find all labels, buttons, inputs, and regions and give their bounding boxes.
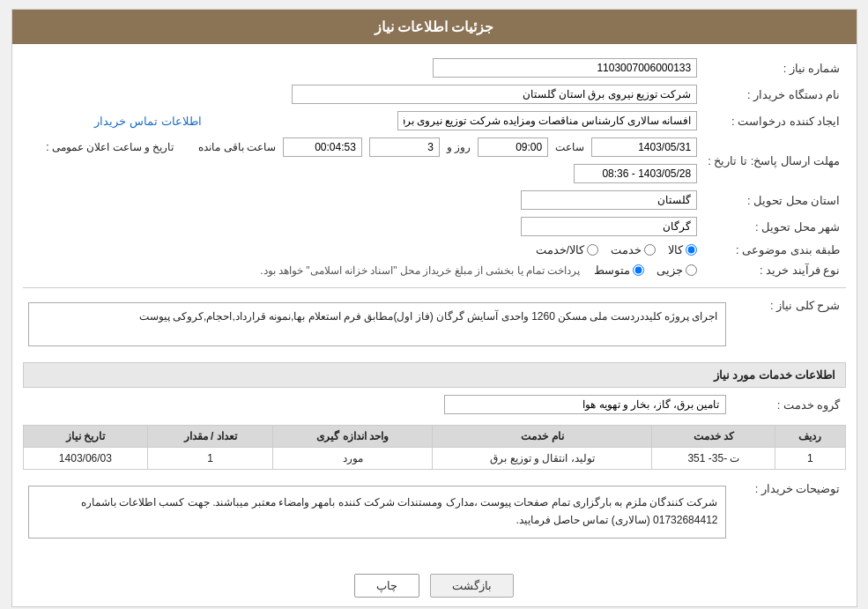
deadline-label: مهلت ارسال پاسخ: تا تاریخ : — [702, 134, 845, 187]
description-label: شرح کلی نیاز : — [731, 293, 846, 355]
buyer-notes-box: شرکت کنندگان ملزم به بارگزاری تمام صفحات… — [28, 486, 726, 538]
cell-name: تولید، انتقال و توزیع برق — [433, 448, 652, 470]
col-date: تاریخ نیاز — [23, 426, 148, 448]
deadline-days-input — [369, 137, 440, 157]
cell-qty: 1 — [148, 448, 273, 470]
col-unit: واحد اندازه گیری — [272, 426, 433, 448]
col-name: نام خدمت — [433, 426, 652, 448]
buyer-org-label: نام دستگاه خریدار : — [702, 81, 845, 108]
description-box: اجرای پروژه کلیددردست ملی مسکن 1260 واحد… — [28, 302, 726, 346]
category-label: طبقه بندی موضوعی : — [702, 240, 845, 260]
col-row: ردیف — [775, 426, 845, 448]
col-qty: تعداد / مقدار — [148, 426, 273, 448]
creator-contact-link[interactable]: اطلاعات تماس خریدار — [94, 115, 201, 128]
service-group-label: گروه خدمت : — [731, 391, 846, 418]
deadline-remaining-input — [283, 137, 362, 157]
creator-input — [397, 111, 697, 130]
services-section-title: اطلاعات خدمات مورد نیاز — [23, 362, 846, 388]
deadline-time-input — [478, 137, 548, 157]
footer-buttons: بازگشت چاپ — [12, 565, 857, 606]
buyer-notes-label: توضیحات خریدار : — [731, 477, 846, 547]
cell-code: ت -35- 351 — [652, 448, 775, 470]
purchase-type-jozi[interactable]: جزیی — [657, 264, 697, 277]
announce-label: تاریخ و ساعت اعلان عمومی : — [46, 141, 174, 153]
cell-row: 1 — [775, 448, 845, 470]
category-option-kala[interactable]: کالا — [668, 243, 697, 256]
deadline-time-label: ساعت — [555, 141, 584, 153]
province-input — [521, 190, 697, 210]
purchase-note: پرداخت تمام یا بخشی از مبلغ خریداز محل "… — [260, 264, 580, 277]
cell-date: 1403/06/03 — [23, 448, 148, 470]
purchase-jozi-label: جزیی — [657, 264, 683, 277]
category-kala-label: کالا — [668, 243, 683, 256]
deadline-remaining-label: ساعت باقی مانده — [198, 141, 276, 153]
city-label: شهر محل تحویل : — [702, 213, 845, 240]
page-title: جزئیات اطلاعات نیاز — [12, 10, 857, 44]
order-number-label: شماره نیاز : — [702, 55, 845, 81]
buyer-org-input — [292, 85, 697, 104]
back-button[interactable]: بازگشت — [430, 574, 514, 598]
cell-unit: مورد — [272, 448, 433, 470]
service-group-input — [444, 395, 726, 414]
purchase-type-label: نوع فرآیند خرید : — [702, 260, 845, 280]
services-table: ردیف کد خدمت نام خدمت واحد اندازه گیری ت… — [23, 425, 846, 470]
category-khedmat-label: خدمت — [611, 243, 642, 256]
category-option-khedmat[interactable]: خدمت — [611, 243, 656, 256]
category-option-kala-khedmat[interactable]: کالا/خدمت — [536, 243, 599, 256]
category-kala-khedmat-label: کالا/خدمت — [536, 243, 585, 256]
purchase-type-motavasset[interactable]: متوسط — [594, 264, 644, 277]
print-button[interactable]: چاپ — [354, 574, 419, 598]
announce-input — [574, 164, 697, 183]
table-row: 1 ت -35- 351 تولید، انتقال و توزیع برق م… — [23, 448, 845, 470]
province-label: استان محل تحویل : — [702, 187, 845, 213]
city-input — [521, 217, 697, 236]
deadline-days-label: روز و — [447, 141, 471, 153]
col-code: کد خدمت — [652, 426, 775, 448]
deadline-date-input — [591, 137, 697, 157]
order-number-input — [433, 58, 697, 78]
creator-label: ایجاد کننده درخواست : — [702, 108, 845, 134]
purchase-motavasset-label: متوسط — [594, 264, 630, 277]
